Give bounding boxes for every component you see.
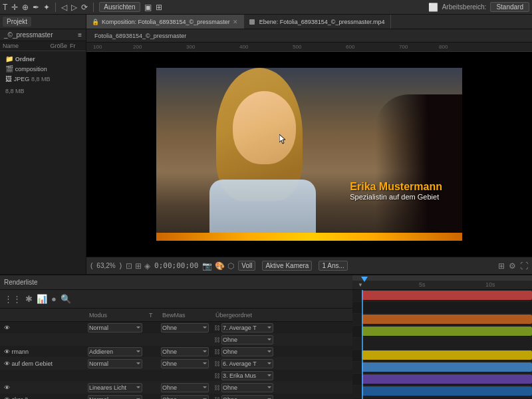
layer-modus-3[interactable]: NormalAddieren: [88, 359, 148, 368]
modus-select-3[interactable]: NormalAddieren: [88, 359, 142, 368]
move-tool-icon[interactable]: ✛: [11, 3, 18, 12]
layer-bewmas-3[interactable]: Ohne: [161, 359, 214, 368]
pen-tool-icon[interactable]: ✒: [33, 3, 39, 12]
layer-uber-5[interactable]: ⛓ Ohne: [214, 395, 281, 400]
layer-bewmas-5[interactable]: Ohne: [161, 395, 214, 400]
bottom-area: Renderliste ⋮⋮ ✱ 📊 ● 🔍 Modus T BewMas Üb…: [0, 274, 532, 399]
ausrichten-button[interactable]: Ausrichten: [99, 2, 140, 12]
layer-uber-1b[interactable]: ⛓ Ohne: [214, 335, 281, 344]
clip-7[interactable]: [362, 386, 532, 396]
tl-expand-icon[interactable]: ⋮⋮: [4, 294, 21, 304]
fullscreen-icon[interactable]: ⛶: [520, 261, 528, 271]
uber-chain-icon-1: ⛓: [214, 325, 220, 331]
playback-bar: ( 63,2% ) ⊡ ⊞ ◈ 0;00;00;00 📷 🎨 ⬡ Voll Ak…: [86, 257, 532, 274]
layer-uber-1[interactable]: ⛓ 7. Average T: [214, 323, 281, 332]
settings-icon[interactable]: ⚙: [509, 261, 516, 271]
project-tab[interactable]: Projekt: [3, 17, 31, 27]
clip-5[interactable]: [362, 362, 532, 372]
clip-2[interactable]: [362, 315, 532, 324]
layer-uber-4[interactable]: ⛓ Ohne: [214, 383, 281, 392]
comp-tab-close[interactable]: ✕: [233, 19, 238, 25]
layer-bewmas-4[interactable]: Ohne: [161, 383, 214, 392]
color-icon[interactable]: 🎨: [215, 261, 225, 271]
zoom-close: ): [120, 262, 122, 269]
layer-modus-1[interactable]: NormalAddierenLineares Licht: [88, 323, 148, 332]
layer-bewmas-2[interactable]: Ohne: [161, 347, 214, 356]
bewmas-select-1[interactable]: Ohne: [161, 323, 209, 332]
track-5: [352, 362, 532, 374]
tl-circle-icon[interactable]: ●: [51, 294, 57, 304]
align-icon[interactable]: ▣: [144, 3, 152, 12]
arbeitsbereich-value[interactable]: Standard: [490, 2, 529, 12]
bewmas-select-5[interactable]: Ohne: [161, 395, 209, 400]
text-tool-icon[interactable]: T: [3, 3, 7, 12]
camera-dropdown[interactable]: Aktive Kamera: [262, 261, 312, 271]
view-dropdown[interactable]: 1 Ans...: [319, 261, 347, 271]
table-row: ⛓ Ohne: [0, 334, 352, 346]
file-size-label: 8,8 MB: [5, 88, 25, 94]
list-item[interactable]: 🎬 composition: [3, 64, 83, 74]
modus-select-2[interactable]: AddierenNormal: [88, 347, 142, 356]
anchor-tool-icon[interactable]: ⊕: [22, 3, 29, 12]
quality-dropdown[interactable]: Voll: [238, 261, 255, 271]
eye-icon-2[interactable]: 👁: [4, 348, 12, 355]
layer-modus-4[interactable]: Lineares LichtNormal: [88, 383, 148, 392]
snap-icon[interactable]: ⊞: [135, 261, 142, 271]
uber-chain-icon-3b: ⛓: [214, 372, 220, 379]
camera-capture-icon[interactable]: 📷: [202, 261, 212, 271]
bewmas-select-4[interactable]: Ohne: [161, 383, 209, 392]
list-item[interactable]: 🖼 JPEG 8,8 MB: [3, 74, 83, 84]
monitor-icon[interactable]: ⬜: [428, 3, 438, 12]
sub-tab-label[interactable]: Fotolia_68938154_©_pressmaster: [90, 32, 190, 40]
layer-tab-main[interactable]: Ebene: Fotolia_68938154_©_pressmaster.mp…: [244, 15, 391, 29]
layer-name-3: 👁 auf dem Gebiet: [1, 360, 88, 367]
preview-icon[interactable]: ⬡: [227, 261, 234, 271]
eye-icon-5[interactable]: 👁: [4, 396, 12, 400]
uber-select-1[interactable]: 7. Average T: [221, 323, 273, 332]
zoom-value[interactable]: 63,2%: [96, 262, 115, 269]
shape-tool-icon[interactable]: ✦: [43, 3, 50, 12]
tl-star-icon[interactable]: ✱: [25, 294, 33, 304]
uber-select-1b[interactable]: Ohne: [221, 335, 273, 344]
bewmas-select-2[interactable]: Ohne: [161, 347, 209, 356]
clip-4[interactable]: [362, 350, 532, 360]
modus-select-5[interactable]: Normal: [88, 395, 142, 400]
list-item[interactable]: 📁 Ordner: [3, 54, 83, 64]
modus-select-4[interactable]: Lineares LichtNormal: [88, 383, 142, 392]
clip-1[interactable]: [362, 291, 532, 300]
region-icon[interactable]: ⊡: [126, 261, 132, 271]
back-icon[interactable]: ◁: [61, 3, 67, 12]
mask-icon[interactable]: ◈: [144, 261, 150, 271]
timecode[interactable]: 0;00;00;00: [154, 261, 198, 270]
uber-select-5[interactable]: Ohne: [221, 395, 273, 400]
layer-bewmas-1[interactable]: Ohne: [161, 323, 214, 332]
eye-icon-1[interactable]: 👁: [4, 325, 10, 331]
uber-select-4[interactable]: Ohne: [221, 383, 273, 392]
clip-3[interactable]: [362, 327, 532, 336]
tl-search-icon[interactable]: 🔍: [61, 294, 71, 304]
list-item[interactable]: 8,8 MB: [3, 86, 83, 96]
zoom-percent[interactable]: (: [90, 262, 92, 269]
layer-uber-2[interactable]: ⛓ Ohne: [214, 347, 281, 356]
counter-icon[interactable]: ⟳: [81, 3, 88, 12]
align2-icon[interactable]: ⊞: [156, 3, 162, 12]
eye-icon-3[interactable]: 👁: [4, 360, 12, 367]
uber-select-2[interactable]: Ohne: [221, 347, 273, 356]
modus-select-1[interactable]: NormalAddierenLineares Licht: [88, 323, 142, 332]
uber-select-3b[interactable]: 3. Erika Mus: [221, 371, 273, 380]
mouse-cursor: [279, 134, 287, 145]
uber-select-3[interactable]: 6. Average T: [221, 359, 273, 368]
tl-graph-icon[interactable]: 📊: [37, 294, 47, 304]
clip-6[interactable]: [362, 374, 532, 384]
bewmas-select-3[interactable]: Ohne: [161, 359, 209, 368]
eye-icon-4[interactable]: 👁: [4, 384, 10, 391]
layer-modus-2[interactable]: AddierenNormal: [88, 347, 148, 356]
grid-icon[interactable]: ⊞: [498, 261, 505, 271]
uber-chain-icon-4: ⛓: [214, 384, 220, 391]
layer-uber-3[interactable]: ⛓ 6. Average T: [214, 359, 281, 368]
fwd-icon[interactable]: ▷: [71, 3, 77, 12]
project-menu-icon[interactable]: ≡: [78, 31, 82, 39]
comp-tab-main[interactable]: 🔒 Komposition: Fotolia_68938154_©_pressm…: [86, 15, 244, 29]
layer-uber-3b[interactable]: ⛓ 3. Erika Mus: [214, 371, 281, 380]
layer-modus-5[interactable]: Normal: [88, 395, 148, 400]
